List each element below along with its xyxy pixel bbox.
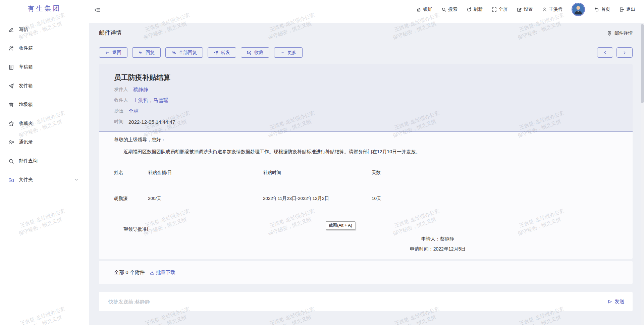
table-header-name: 姓名 — [114, 170, 123, 176]
mail-from-row: 发件人 蔡静静 — [114, 86, 148, 93]
pencil-icon — [8, 27, 14, 33]
mail-app-window: 有生集团 写信 收件箱 草稿箱 发件箱 垃圾箱 收藏夹 通讯录 — [0, 0, 644, 325]
mail-timestamp: 2022-12-05 14:44:47 — [128, 119, 175, 125]
sidebar-item-trash[interactable]: 垃圾箱 — [0, 95, 89, 114]
home-button[interactable]: 首页 — [594, 6, 610, 12]
send-icon — [607, 299, 612, 304]
settings-icon — [517, 7, 522, 12]
sidebar-item-compose[interactable]: 写信 — [0, 20, 89, 39]
table-cell-period: 2022年11月23日-2022年12月2日 — [263, 196, 329, 202]
reply-button[interactable]: 回复 — [132, 47, 161, 58]
search-icon — [8, 158, 14, 164]
search-icon — [441, 7, 446, 12]
contacts-icon — [8, 140, 14, 145]
current-user-button[interactable]: 王洪哲 — [542, 6, 563, 12]
logout-button[interactable]: 退出 — [619, 6, 635, 12]
forward-plane-icon — [214, 50, 218, 55]
paper-plane-icon — [8, 83, 14, 89]
sidebar-item-label: 收藏夹 — [19, 120, 33, 126]
table-header-days: 天数 — [372, 170, 381, 176]
send-button[interactable]: 发送 — [607, 299, 625, 305]
draft-doc-icon — [8, 64, 14, 70]
table-cell-amount: 200/天 — [148, 196, 161, 202]
lock-screen-button[interactable]: 锁屏 — [416, 6, 432, 12]
more-button[interactable]: 更多 — [274, 47, 303, 58]
fullscreen-button[interactable]: 全屏 — [492, 6, 508, 12]
sidebar-item-contacts[interactable]: 通讯录 — [0, 133, 89, 152]
screenshot-hotkey-tooltip: 截图(Alt + A) — [326, 221, 355, 230]
reply-all-button[interactable]: 全部回复 — [165, 47, 203, 58]
apply-date: 2022年12月5日 — [433, 246, 466, 252]
star-icon — [8, 121, 14, 126]
lock-icon — [416, 7, 421, 12]
chevron-left-icon — [603, 50, 607, 55]
folder-plus-icon — [8, 177, 14, 183]
mail-header-section: 员工防疫补贴结算 发件人 蔡静静 收件人 王洪哲，马雪瑶 抄送 全林 时间 20… — [99, 64, 633, 131]
mail-from-contact[interactable]: 蔡静静 — [133, 87, 148, 93]
quick-send-input[interactable] — [108, 299, 607, 305]
sidebar-item-label: 写信 — [19, 26, 28, 33]
fullscreen-icon — [492, 7, 497, 12]
mail-subject: 员工防疫补贴结算 — [114, 73, 170, 82]
more-dots-icon — [280, 50, 285, 55]
back-button[interactable]: 返回 — [99, 47, 127, 58]
apply-date-line: 申请时间：2022年12月5日 — [387, 246, 488, 252]
sidebar-collapse-button[interactable] — [94, 7, 101, 13]
inbox-person-icon — [8, 46, 14, 51]
reply-all-icon — [171, 50, 176, 55]
scrollbar-thumb[interactable] — [641, 24, 644, 103]
sidebar: 写信 收件箱 草稿箱 发件箱 垃圾箱 收藏夹 通讯录 邮件查询 — [0, 20, 89, 189]
sidebar-item-label: 发件箱 — [19, 83, 33, 89]
sidebar-item-favorites[interactable]: 收藏夹 — [0, 114, 89, 133]
sidebar-item-label: 收件箱 — [19, 45, 33, 51]
mail-to-contacts[interactable]: 王洪哲，马雪瑶 — [133, 97, 168, 104]
sidebar-item-label: 垃圾箱 — [19, 102, 33, 108]
refresh-button[interactable]: 刷新 — [467, 6, 483, 12]
sidebar-item-mail-search[interactable]: 邮件查询 — [0, 152, 89, 170]
favorite-button[interactable]: 收藏 — [241, 47, 269, 58]
mail-body-section: 尊敬的上级领导，您好： 近期福田区数据团队成员胡鹏濠被抽调沙头街道参加疫情数据处… — [99, 131, 633, 259]
breadcrumb: 邮件详情 — [607, 30, 633, 36]
applicant-name: 蔡静静 — [440, 236, 454, 241]
company-logo: 有生集团 — [0, 4, 89, 13]
sidebar-item-label: 草稿箱 — [19, 64, 33, 70]
sidebar-item-inbox[interactable]: 收件箱 — [0, 39, 89, 58]
forward-button[interactable]: 转发 — [208, 47, 236, 58]
topbar-actions: 锁屏 搜索 刷新 全屏 设置 王洪哲 首页 — [416, 0, 636, 19]
mail-toolbar: 返回 回复 全部回复 转发 收藏 更多 — [99, 47, 303, 58]
location-pin-icon — [607, 31, 612, 36]
sidebar-item-label: 通讯录 — [19, 139, 33, 145]
sidebar-item-label: 文件夹 — [19, 177, 33, 183]
settings-button[interactable]: 设置 — [517, 6, 533, 12]
person-icon — [542, 7, 547, 12]
mail-pager — [597, 47, 633, 58]
sidebar-item-folders[interactable]: 文件夹 — [0, 170, 89, 189]
chevron-down-icon[interactable] — [74, 177, 79, 182]
table-header-period: 补贴时间 — [263, 170, 281, 176]
sidebar-item-label: 邮件查询 — [19, 158, 38, 164]
mail-paragraph: 近期福田区数据团队成员胡鹏濠被抽调沙头街道参加疫情数据处理工作。现根据防疫补贴标… — [123, 149, 420, 155]
sidebar-item-sent[interactable]: 发件箱 — [0, 76, 89, 95]
back-home-icon — [594, 7, 599, 12]
attachments-summary: 全部 0 个附件 — [114, 269, 145, 276]
table-header-amount: 补贴金额/日 — [148, 170, 172, 176]
next-mail-button[interactable] — [616, 47, 633, 58]
search-button[interactable]: 搜索 — [441, 6, 458, 12]
sidebar-item-drafts[interactable]: 草稿箱 — [0, 58, 89, 76]
mail-closing: 望领导批准! — [123, 226, 148, 232]
mail-star-icon — [247, 50, 252, 55]
refresh-icon — [467, 7, 472, 12]
prev-mail-button[interactable] — [597, 47, 613, 58]
mail-detail-card: 员工防疫补贴结算 发件人 蔡静静 收件人 王洪哲，马雪瑶 抄送 全林 时间 20… — [99, 64, 633, 259]
vertical-scrollbar — [641, 23, 644, 325]
applicant-line: 申请人：蔡静静 — [387, 236, 488, 242]
chevron-right-icon — [622, 50, 627, 55]
table-cell-days: 10天 — [372, 196, 381, 202]
batch-download-link[interactable]: 批量下载 — [150, 269, 175, 276]
mail-to-row: 收件人 王洪哲，马雪瑶 — [114, 97, 168, 104]
mail-time-row: 时间 2022-12-05 14:44:47 — [114, 118, 175, 125]
user-name: 王洪哲 — [549, 6, 563, 12]
trash-icon — [8, 102, 14, 108]
avatar[interactable] — [572, 3, 585, 16]
mail-cc-contact[interactable]: 全林 — [128, 108, 139, 114]
